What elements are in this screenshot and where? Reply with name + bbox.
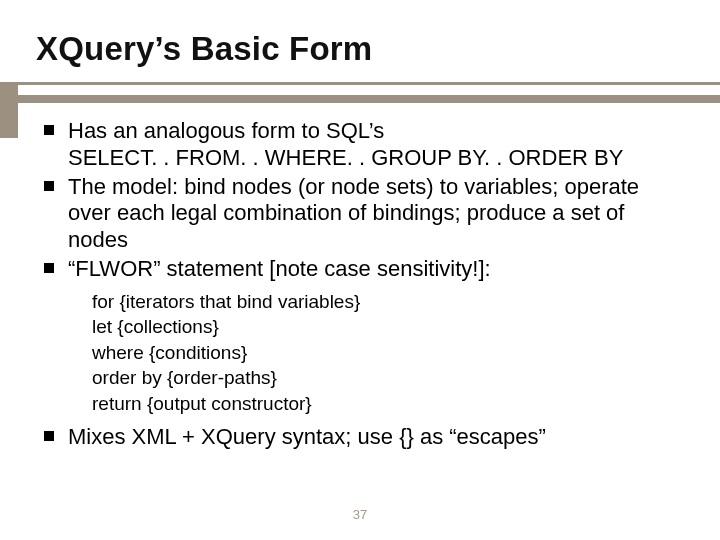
- bullet-text: The model: bind nodes (or node sets) to …: [68, 174, 639, 253]
- flwor-line: for {iterators that bind variables}: [92, 289, 678, 314]
- page-number: 37: [0, 507, 720, 522]
- bullet-text: Has an analogous form to SQL’s: [68, 118, 384, 143]
- bullet-item: Has an analogous form to SQL’s SELECT. .…: [42, 118, 678, 172]
- bullet-list: Mixes XML + XQuery syntax; use {} as “es…: [42, 424, 678, 451]
- bullet-list: Has an analogous form to SQL’s SELECT. .…: [42, 118, 678, 283]
- bullet-item: Mixes XML + XQuery syntax; use {} as “es…: [42, 424, 678, 451]
- flwor-block: for {iterators that bind variables} let …: [92, 289, 678, 416]
- flwor-line: where {conditions}: [92, 340, 678, 365]
- side-accent: [0, 82, 18, 138]
- rule-thin: [0, 82, 720, 85]
- rule-thick: [0, 95, 720, 103]
- title-area: XQuery’s Basic Form: [36, 30, 684, 68]
- bullet-text: SELECT. . FROM. . WHERE. . GROUP BY. . O…: [68, 145, 623, 170]
- bullet-item: The model: bind nodes (or node sets) to …: [42, 174, 678, 254]
- flwor-line: order by {order-paths}: [92, 365, 678, 390]
- slide: XQuery’s Basic Form Has an analogous for…: [0, 0, 720, 540]
- bullet-text: “FLWOR” statement [note case sensitivity…: [68, 256, 491, 281]
- flwor-line: let {collections}: [92, 314, 678, 339]
- bullet-text: Mixes XML + XQuery syntax; use {} as “es…: [68, 424, 546, 449]
- bullet-item: “FLWOR” statement [note case sensitivity…: [42, 256, 678, 283]
- slide-title: XQuery’s Basic Form: [36, 30, 684, 68]
- flwor-line: return {output constructor}: [92, 391, 678, 416]
- title-underline: [0, 82, 720, 104]
- content-area: Has an analogous form to SQL’s SELECT. .…: [42, 118, 678, 453]
